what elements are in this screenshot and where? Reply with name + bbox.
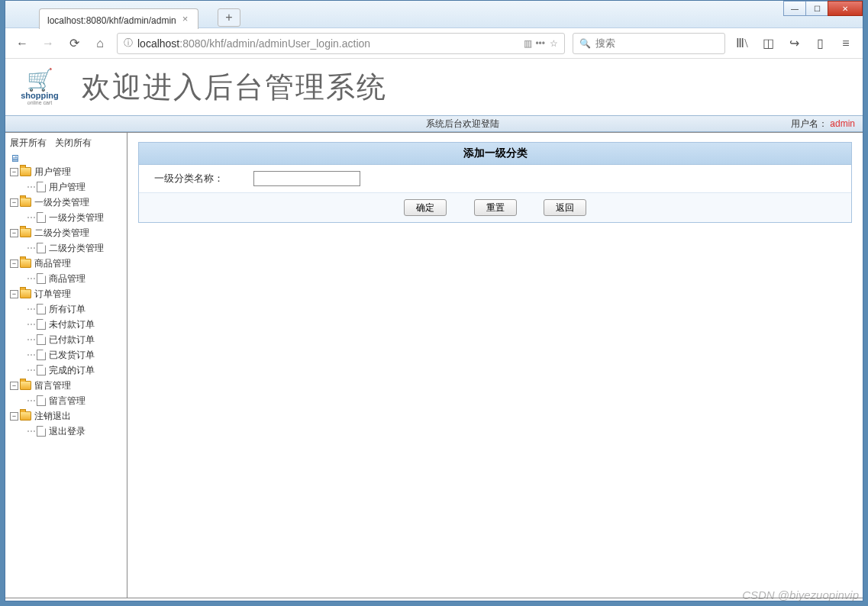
collapse-icon[interactable]: − bbox=[10, 290, 18, 298]
collapse-icon[interactable]: − bbox=[10, 382, 18, 390]
tree-item[interactable]: ⋯已付款订单 bbox=[8, 332, 124, 347]
nav-home-icon[interactable]: ⌂ bbox=[91, 34, 109, 53]
tree-line-icon: ⋯ bbox=[27, 334, 35, 345]
window-minimize-button[interactable]: — bbox=[783, 1, 806, 16]
file-icon bbox=[37, 350, 46, 360]
sidebar: 展开所有 关闭所有 🖥 −用户管理⋯用户管理−一级分类管理⋯一级分类管理−二级分… bbox=[5, 133, 127, 598]
tree-folder[interactable]: −留言管理 bbox=[8, 378, 124, 393]
nav-back-icon[interactable]: ← bbox=[13, 34, 31, 53]
tree-item-label: 退出登录 bbox=[49, 425, 86, 438]
tree-line-icon: ⋯ bbox=[27, 273, 35, 284]
new-tab-button[interactable]: + bbox=[218, 8, 240, 27]
tab-title: localhost:8080/khf/admin/admin bbox=[47, 15, 176, 26]
tree-line-icon: ⋯ bbox=[27, 426, 35, 437]
folder-icon bbox=[20, 167, 31, 176]
collapse-all-link[interactable]: 关闭所有 bbox=[55, 137, 92, 148]
more-icon[interactable]: ••• bbox=[535, 38, 545, 49]
folder-icon bbox=[20, 411, 31, 421]
collapse-icon[interactable]: − bbox=[10, 412, 18, 421]
tree-item-label: 所有订单 bbox=[49, 303, 86, 316]
collapse-icon[interactable]: − bbox=[10, 168, 18, 176]
search-input[interactable] bbox=[595, 37, 724, 49]
tree-item[interactable]: ⋯所有订单 bbox=[8, 301, 124, 317]
window-close-button[interactable]: ✕ bbox=[828, 1, 863, 16]
file-icon bbox=[37, 334, 46, 345]
search-icon: 🔍 bbox=[579, 38, 591, 49]
collapse-icon[interactable]: − bbox=[10, 198, 18, 207]
sidebar-icon[interactable]: ◫ bbox=[759, 34, 777, 53]
tree-folder-label: 注销退出 bbox=[34, 410, 71, 423]
file-icon bbox=[37, 243, 46, 253]
window-maximize-button[interactable]: ☐ bbox=[805, 1, 828, 16]
browser-tab[interactable]: localhost:8080/khf/admin/admin × bbox=[39, 8, 198, 29]
tree-item-label: 商品管理 bbox=[49, 272, 86, 285]
tree-folder[interactable]: −用户管理 bbox=[8, 164, 124, 179]
tree-item[interactable]: ⋯已发货订单 bbox=[8, 347, 124, 363]
tree-item[interactable]: ⋯商品管理 bbox=[8, 271, 124, 286]
collapse-icon[interactable]: − bbox=[10, 259, 18, 268]
content-area: 添加一级分类 一级分类名称： 确定 重置 返回 bbox=[127, 133, 863, 598]
tree-line-icon: ⋯ bbox=[27, 350, 35, 360]
tree-item-label: 留言管理 bbox=[49, 395, 86, 408]
file-icon bbox=[37, 319, 46, 330]
tree-item-label: 未付款订单 bbox=[49, 318, 95, 331]
reader-icon[interactable]: ▥ bbox=[524, 38, 531, 49]
tree-item-label: 已付款订单 bbox=[49, 334, 95, 347]
logo: 🛒 shopping online cart bbox=[13, 69, 66, 105]
reset-button[interactable]: 重置 bbox=[474, 199, 517, 216]
tree-item[interactable]: ⋯未付款订单 bbox=[8, 317, 124, 332]
tree-folder[interactable]: −订单管理 bbox=[8, 286, 124, 301]
tree-folder[interactable]: −一级分类管理 bbox=[8, 195, 124, 210]
folder-icon bbox=[20, 381, 31, 390]
nav-reload-icon[interactable]: ⟳ bbox=[65, 34, 83, 53]
panel-title: 添加一级分类 bbox=[139, 143, 851, 165]
bookmark-icon[interactable]: ☆ bbox=[550, 38, 558, 49]
back-button[interactable]: 返回 bbox=[544, 199, 586, 216]
tree-line-icon: ⋯ bbox=[27, 395, 35, 406]
tree-line-icon: ⋯ bbox=[27, 243, 35, 253]
tree-item[interactable]: ⋯一级分类管理 bbox=[8, 210, 124, 225]
file-icon bbox=[37, 273, 46, 284]
logo-brand: shopping bbox=[13, 91, 66, 100]
ok-button[interactable]: 确定 bbox=[404, 199, 447, 216]
file-icon bbox=[37, 365, 46, 376]
tree-folder-label: 商品管理 bbox=[34, 257, 71, 270]
status-text: 系统后台欢迎登陆 bbox=[135, 118, 791, 131]
tree-line-icon: ⋯ bbox=[27, 182, 35, 192]
status-bar: 系统后台欢迎登陆 用户名： admin bbox=[5, 115, 863, 132]
tree-item[interactable]: ⋯二级分类管理 bbox=[8, 240, 124, 256]
tree-item-label: 完成的订单 bbox=[49, 364, 95, 377]
pocket-icon[interactable]: ▯ bbox=[811, 34, 829, 53]
folder-icon bbox=[20, 259, 31, 268]
tree-folder[interactable]: −商品管理 bbox=[8, 256, 124, 271]
share-icon[interactable]: ↪ bbox=[785, 34, 803, 53]
page-header: 🛒 shopping online cart 欢迎进入后台管理系统 bbox=[5, 59, 863, 115]
expand-all-link[interactable]: 展开所有 bbox=[10, 137, 47, 148]
username: admin bbox=[830, 118, 855, 129]
info-icon[interactable]: ⓘ bbox=[124, 37, 133, 50]
user-label: 用户名： bbox=[791, 118, 828, 129]
folder-icon bbox=[20, 289, 31, 298]
search-bar[interactable]: 🔍 bbox=[573, 33, 725, 54]
tree-line-icon: ⋯ bbox=[27, 319, 35, 330]
menu-icon[interactable]: ≡ bbox=[837, 34, 855, 53]
file-icon bbox=[37, 395, 46, 406]
library-icon[interactable]: Ⅲ\ bbox=[733, 34, 751, 53]
tree-item[interactable]: ⋯退出登录 bbox=[8, 424, 124, 439]
tree-item[interactable]: ⋯用户管理 bbox=[8, 179, 124, 195]
tree-folder[interactable]: −二级分类管理 bbox=[8, 225, 124, 240]
tree-folder[interactable]: −注销退出 bbox=[8, 408, 124, 424]
category-name-input[interactable] bbox=[253, 171, 360, 186]
collapse-icon[interactable]: − bbox=[10, 229, 18, 237]
logo-sub: online cart bbox=[13, 100, 66, 105]
cart-icon: 🛒 bbox=[13, 69, 66, 91]
close-tab-icon[interactable]: × bbox=[182, 15, 192, 24]
file-icon bbox=[37, 304, 46, 314]
file-icon bbox=[37, 426, 46, 437]
url-bar[interactable]: ⓘ localhost:8080/khf/admin/adminUser_log… bbox=[117, 33, 565, 54]
tree-item[interactable]: ⋯留言管理 bbox=[8, 393, 124, 408]
tree-line-icon: ⋯ bbox=[27, 212, 35, 223]
tree-line-icon: ⋯ bbox=[27, 304, 35, 314]
tree-item[interactable]: ⋯完成的订单 bbox=[8, 363, 124, 378]
nav-forward-icon[interactable]: → bbox=[39, 34, 57, 53]
